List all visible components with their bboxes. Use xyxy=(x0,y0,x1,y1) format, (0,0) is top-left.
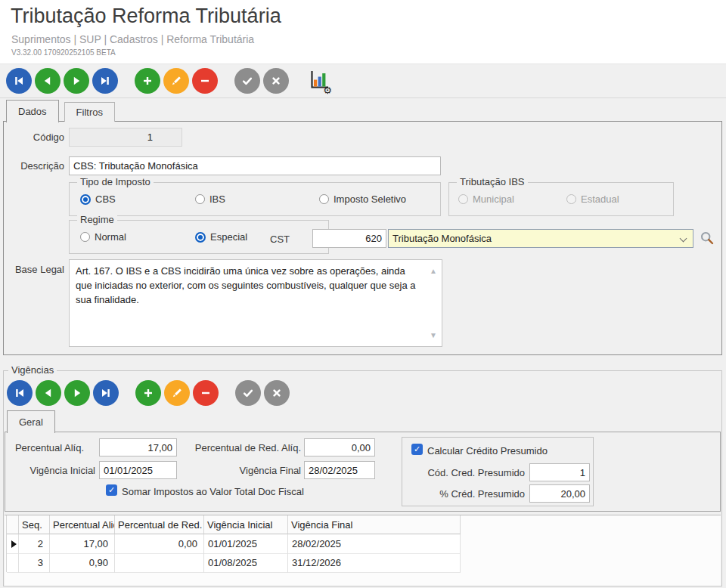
vig-insert-button[interactable] xyxy=(135,380,161,406)
vigencias-tabs: Geral xyxy=(7,410,60,432)
cross-icon xyxy=(270,75,282,87)
radio-imposto-seletivo[interactable]: Imposto Seletivo xyxy=(319,193,406,205)
radio-especial[interactable]: Especial xyxy=(195,231,247,243)
pct-cred-presumido-value: 20,00 xyxy=(560,488,585,500)
table-row-1-aliq[interactable]: 17,00 xyxy=(50,534,115,554)
table-row-2-fim[interactable]: 31/12/2026 xyxy=(288,553,461,573)
base-legal-text: Art. 167. O IBS e a CBS incidirão uma ún… xyxy=(76,265,415,305)
percentual-aliq-field[interactable]: 17,00 xyxy=(99,438,177,456)
vigencia-final-value: 28/02/2025 xyxy=(309,465,358,476)
geral-panel: Percentual Alíq. 17,00 Percentual de Red… xyxy=(5,432,721,512)
header: Tributação Reforma Tributária Suprimento… xyxy=(0,0,726,63)
table-row-2-selector[interactable] xyxy=(7,553,19,573)
minus-icon xyxy=(200,387,212,399)
somar-impostos-label: Somar Impostos ao Valor Total Doc Fiscal xyxy=(122,486,304,497)
vig-confirm-button[interactable] xyxy=(235,380,261,406)
table-row-2-seq[interactable]: 3 xyxy=(19,553,50,573)
codigo-field[interactable]: 1 xyxy=(69,128,182,147)
table-row-1-seq[interactable]: 2 xyxy=(19,534,50,554)
cod-cred-presumido-field[interactable]: 1 xyxy=(529,463,590,481)
tab-geral[interactable]: Geral xyxy=(7,410,55,433)
check-icon xyxy=(242,387,254,399)
scroll-down-icon[interactable] xyxy=(430,328,437,342)
codigo-label: Código xyxy=(4,132,64,143)
vig-first-record-button[interactable] xyxy=(7,380,33,406)
radio-cbs-control[interactable] xyxy=(80,194,91,205)
insert-button[interactable] xyxy=(135,68,160,94)
radio-estadual-label: Estadual xyxy=(581,193,619,205)
percentual-red-value: 0,00 xyxy=(352,442,371,453)
tab-filtros[interactable]: Filtros xyxy=(64,102,115,122)
tributacao-ibs-group: Tributação IBS Municipal Estadual xyxy=(448,182,674,216)
radio-normal[interactable]: Normal xyxy=(80,231,126,243)
pct-cred-presumido-field[interactable]: 20,00 xyxy=(529,484,590,503)
percentual-red-label: Percentual de Red. Alíq. xyxy=(185,442,301,453)
vig-previous-record-button[interactable] xyxy=(36,380,61,406)
radio-cbs[interactable]: CBS xyxy=(80,193,116,205)
calcular-credito-checkbox[interactable] xyxy=(411,444,423,455)
cst-code-field[interactable]: 620 xyxy=(312,229,386,248)
radio-ibs[interactable]: IBS xyxy=(195,193,225,205)
previous-record-icon xyxy=(42,75,54,87)
radio-especial-control[interactable] xyxy=(195,232,206,243)
percentual-aliq-label: Percentual Alíq. xyxy=(5,442,84,453)
radio-normal-control[interactable] xyxy=(80,232,90,242)
radio-imposto-seletivo-control[interactable] xyxy=(319,194,329,204)
table-row-2-aliq[interactable]: 0,90 xyxy=(50,553,115,573)
column-header-vigencia-final[interactable]: Vigência Final xyxy=(288,515,461,534)
base-legal-label: Base Legal xyxy=(4,264,64,275)
descricao-field[interactable]: CBS: Tributação Monofásica xyxy=(69,156,441,175)
tab-dados[interactable]: Dados xyxy=(6,100,59,122)
column-header-seq[interactable]: Seq. xyxy=(19,515,50,534)
gear-icon xyxy=(323,85,332,95)
pencil-icon xyxy=(171,387,183,399)
radio-estadual: Estadual xyxy=(566,193,619,205)
vig-cancel-button[interactable] xyxy=(264,380,290,406)
somar-impostos-checkbox[interactable] xyxy=(106,484,117,496)
first-record-button[interactable] xyxy=(6,68,32,94)
radio-municipal-control xyxy=(458,194,468,204)
tipo-de-imposto-group: Tipo de Imposto CBS IBS Imposto Seletivo xyxy=(69,182,441,216)
scroll-up-icon[interactable] xyxy=(430,264,437,278)
table-row-2-red[interactable] xyxy=(115,553,204,573)
column-header-vigencia-inicial[interactable]: Vigência Inicial xyxy=(204,515,288,534)
table-row-1-red[interactable]: 0,00 xyxy=(115,534,204,554)
cod-cred-presumido-value: 1 xyxy=(580,467,585,478)
next-record-button[interactable] xyxy=(64,68,89,94)
pencil-icon xyxy=(170,75,182,87)
cst-label: CST xyxy=(267,234,290,245)
vigencia-final-label: Vigência Final xyxy=(185,465,301,476)
edit-button[interactable] xyxy=(163,68,189,94)
last-record-button[interactable] xyxy=(92,68,118,94)
descricao-value: CBS: Tributação Monofásica xyxy=(73,160,198,172)
chart-settings-button[interactable] xyxy=(306,68,331,94)
vig-last-record-button[interactable] xyxy=(93,380,119,406)
chevron-down-icon xyxy=(680,235,687,243)
radio-ibs-control[interactable] xyxy=(195,194,205,204)
table-row-2-inicio[interactable]: 01/08/2025 xyxy=(204,553,288,573)
cancel-button[interactable] xyxy=(263,68,289,94)
table-row-1-selector[interactable] xyxy=(7,534,19,554)
vig-delete-button[interactable] xyxy=(193,380,219,406)
plus-icon xyxy=(141,75,154,87)
percentual-red-field[interactable]: 0,00 xyxy=(304,438,375,456)
table-row-1-fim[interactable]: 28/02/2025 xyxy=(288,534,461,554)
cst-code-value: 620 xyxy=(365,233,382,244)
radio-especial-label: Especial xyxy=(210,231,247,243)
tributacao-ibs-legend: Tributação IBS xyxy=(457,176,528,187)
table-row-1-inicio[interactable]: 01/01/2025 xyxy=(204,534,288,554)
vigencias-table-canvas: Seq. Percentual Aliq. Percentual de Red.… xyxy=(5,515,721,586)
vigencia-inicial-field[interactable]: 01/01/2025 xyxy=(99,461,177,479)
cst-combobox[interactable]: Tributação Monofásica xyxy=(388,229,693,248)
vigencia-final-field[interactable]: 28/02/2025 xyxy=(304,461,375,479)
column-header-percentual-aliq[interactable]: Percentual Aliq. xyxy=(50,515,115,534)
column-header-percentual-red[interactable]: Percentual de Red. Aliq. xyxy=(115,515,204,534)
base-legal-textarea[interactable]: Art. 167. O IBS e a CBS incidirão uma ún… xyxy=(69,259,442,347)
confirm-button[interactable] xyxy=(234,68,260,94)
previous-record-button[interactable] xyxy=(35,68,60,94)
vig-next-record-button[interactable] xyxy=(64,380,90,406)
next-record-icon xyxy=(70,75,82,87)
cst-search-button[interactable] xyxy=(698,230,716,248)
delete-button[interactable] xyxy=(192,68,218,94)
vig-edit-button[interactable] xyxy=(164,380,190,406)
